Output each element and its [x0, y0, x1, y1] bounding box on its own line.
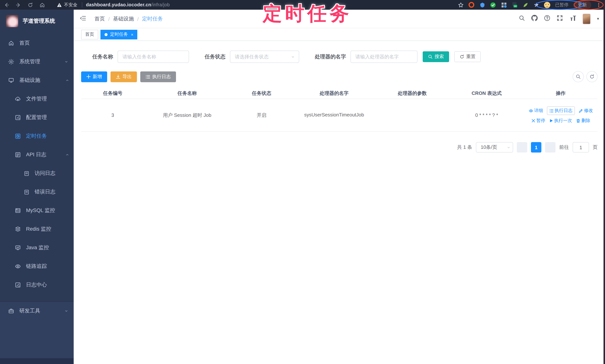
breadcrumb: 首页 / 基础设施 / 定时任务 — [94, 15, 163, 22]
sidebar-item-error-log[interactable]: 错误日志 — [0, 183, 74, 201]
browser-back-icon[interactable] — [4, 2, 9, 8]
sidebar-item-log-center[interactable]: 日志中心 — [0, 276, 74, 294]
extension-orange-icon[interactable] — [468, 2, 474, 8]
sidebar-bottom-strip — [0, 358, 74, 364]
site-security[interactable]: 不安全 — [57, 2, 77, 8]
job-name-input[interactable] — [118, 51, 189, 63]
search-icon — [428, 54, 433, 59]
handler-name-input[interactable] — [351, 51, 418, 63]
extension-grid-icon[interactable] — [501, 2, 507, 8]
pagination-total: 共 1 条 — [457, 144, 472, 151]
extension-green-check-icon[interactable] — [490, 2, 496, 8]
table-row[interactable]: 3 用户 Session 超时 Job 开启 sysUserSessionTim… — [81, 99, 598, 132]
sidebar-item-devtools[interactable]: 研发工具 › — [0, 302, 74, 320]
address-bar[interactable]: dashboard.yudao.iocoder.cn/infra/job — [86, 2, 170, 7]
sidebar-item-label: Java 监控 — [26, 244, 49, 251]
add-button[interactable]: 新增 — [81, 71, 107, 82]
chrome-menu-icon[interactable]: ⋮ — [596, 2, 601, 8]
sidebar-item-mysql-monitor[interactable]: MySQL 监控 — [0, 201, 74, 220]
caret-down-icon[interactable]: ▾ — [597, 16, 599, 21]
search-icon[interactable] — [519, 15, 525, 23]
sidebar-item-scheduled-jobs[interactable]: 定时任务 — [0, 127, 74, 145]
sidebar-item-home[interactable]: 首页 — [0, 34, 74, 52]
sidebar-item-config-manage[interactable]: 配置管理 — [0, 108, 74, 127]
toggle-search-icon[interactable] — [573, 71, 584, 82]
extension-on-badge-icon[interactable]: on — [512, 2, 518, 8]
sidebar-item-label: 文件管理 — [26, 96, 47, 102]
browser-forward-icon[interactable] — [16, 2, 21, 8]
sidebar-item-label: 访问日志 — [35, 170, 55, 177]
browser-nav-buttons — [0, 2, 45, 8]
export-button[interactable]: 导出 — [110, 71, 137, 82]
pause-link[interactable]: 暂停 — [531, 117, 545, 124]
chrome-update-button[interactable]: 更新 — [573, 0, 591, 9]
app-logo-image — [6, 15, 18, 27]
sidebar-item-java-monitor[interactable]: Java 监控 — [0, 238, 74, 257]
app-logo-row[interactable]: 芋道管理系统 — [0, 10, 74, 32]
sidebar-item-trace[interactable]: 链路追踪 — [0, 257, 74, 276]
user-avatar[interactable] — [583, 13, 591, 24]
goto-page-input[interactable] — [573, 142, 589, 153]
extension-leaf-icon[interactable] — [522, 2, 528, 8]
breadcrumb-infra[interactable]: 基础设施 — [113, 15, 134, 22]
active-tab-dot — [105, 33, 107, 36]
bookmark-star-icon[interactable] — [458, 2, 464, 8]
tab-scheduled-jobs[interactable]: 定时任务 × — [100, 30, 137, 39]
search-button[interactable]: 搜索 — [423, 51, 449, 62]
job-status-select[interactable]: 请选择任务状态 › — [230, 51, 299, 63]
table-toolbar: 新增 导出 执行日志 — [81, 71, 598, 82]
infrastructure-icon — [8, 77, 14, 83]
sidebar-item-label: 链路追踪 — [26, 263, 47, 270]
exec-log-link[interactable]: 执行日志 — [547, 106, 575, 115]
refresh-table-icon[interactable] — [586, 71, 598, 82]
delete-link[interactable]: 删除 — [576, 117, 590, 124]
breadcrumb-separator: / — [108, 16, 110, 22]
url-host: dashboard.yudao.iocoder.cn — [86, 2, 151, 7]
sidebar-item-api-log[interactable]: API 日志 › — [0, 145, 74, 164]
browser-reload-icon[interactable] — [27, 2, 33, 8]
edit-square-icon — [15, 115, 21, 120]
list-icon — [549, 108, 553, 113]
exec-log-button[interactable]: 执行日志 — [140, 71, 176, 82]
detail-link[interactable]: 详细 — [528, 107, 543, 114]
extension-paw-icon[interactable] — [533, 2, 539, 8]
on-badge-text: on — [514, 5, 516, 7]
cell-job-status: 开启 — [230, 112, 293, 118]
extension-blue-icon[interactable] — [479, 2, 485, 8]
prev-page-button[interactable] — [517, 142, 527, 153]
help-icon[interactable] — [544, 15, 551, 23]
fullscreen-icon[interactable] — [557, 15, 563, 23]
sidebar-item-label: 配置管理 — [26, 114, 47, 121]
sidebar-fold-icon[interactable] — [80, 15, 86, 23]
main-area: 首页 / 基础设施 / 定时任务 ▾ 首页 — [74, 10, 605, 364]
page-size-select[interactable]: 10条/页 › — [476, 142, 513, 153]
sidebar: 芋道管理系统 首页 系统管理 › 基础设施 › — [0, 10, 74, 364]
job-status-label: 任务状态 — [205, 53, 225, 60]
sidebar-item-access-log[interactable]: 访问日志 — [0, 164, 74, 183]
document-icon — [24, 189, 29, 195]
sidebar-item-infra[interactable]: 基础设施 › — [0, 71, 74, 90]
tab-label: 首页 — [85, 31, 94, 38]
navbar-actions: ▾ — [519, 13, 599, 24]
tags-view-bar: 首页 定时任务 × — [74, 28, 605, 41]
edit-link[interactable]: 修改 — [579, 107, 593, 114]
sidebar-item-redis-monitor[interactable]: Redis 监控 — [0, 220, 74, 238]
browser-home-icon[interactable] — [39, 2, 45, 8]
pencil-icon — [579, 108, 583, 113]
page-number-1[interactable]: 1 — [531, 142, 541, 153]
col-header-cron: CRON 表达式 — [449, 88, 524, 99]
reset-button[interactable]: 重置 — [454, 51, 481, 62]
gear-icon — [8, 59, 14, 65]
github-icon[interactable] — [531, 15, 538, 23]
col-header-handler-param: 处理器的参数 — [375, 88, 449, 99]
sidebar-item-system[interactable]: 系统管理 › — [0, 52, 74, 71]
next-page-button[interactable] — [545, 142, 555, 153]
breadcrumb-home[interactable]: 首页 — [94, 15, 105, 22]
tab-home[interactable]: 首页 — [81, 30, 98, 39]
font-size-icon[interactable] — [569, 15, 577, 23]
breadcrumb-current: 定时任务 — [142, 15, 163, 22]
profile-emoji-avatar[interactable] — [544, 2, 550, 8]
tab-close-icon[interactable]: × — [131, 32, 133, 37]
sidebar-item-file-manage[interactable]: 文件管理 — [0, 90, 74, 108]
run-once-link[interactable]: 执行一次 — [549, 117, 572, 124]
